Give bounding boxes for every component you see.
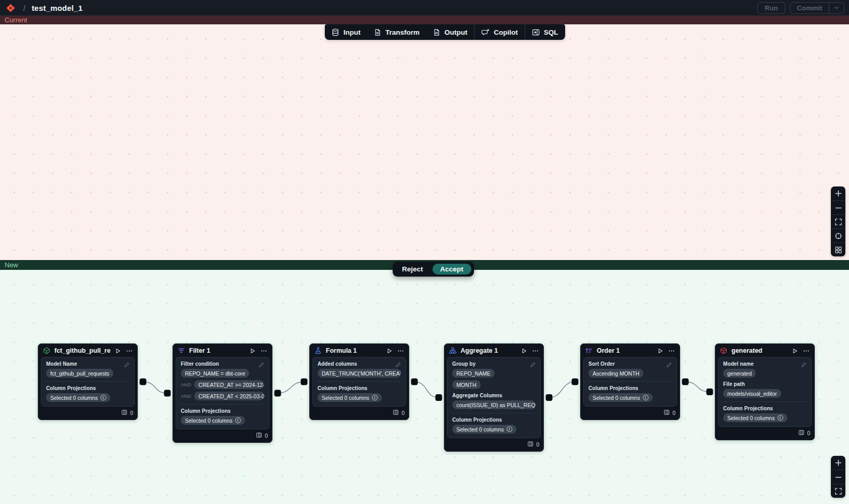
node-menu-button[interactable] <box>668 348 675 354</box>
file-path-pill[interactable]: models/visual_editor <box>723 389 781 398</box>
play-node-button[interactable] <box>792 348 798 354</box>
commit-dropdown-button[interactable] <box>829 3 844 13</box>
accept-button[interactable]: Accept <box>433 264 471 275</box>
play-node-button[interactable] <box>114 348 121 354</box>
node-menu-button[interactable] <box>397 348 404 354</box>
reject-button[interactable]: Reject <box>395 264 430 275</box>
fit-view-button[interactable] <box>831 214 845 228</box>
field-label: Aggregate Columns <box>452 393 536 398</box>
node-generated[interactable]: generated Model name generated File path… <box>715 343 815 440</box>
column-projections-pill[interactable]: Selected 0 columnsi <box>181 416 245 425</box>
node-header: Order 1 <box>581 344 680 357</box>
toolbar-item-copilot[interactable]: Copilot <box>474 24 525 40</box>
and-label: AND <box>181 393 191 399</box>
column-projections-pill[interactable]: Selected 0 columnsi <box>318 393 382 402</box>
formula-pill[interactable]: DATE_TRUNC('MONTH', CREATED_AT… <box>318 369 401 378</box>
visual-editor-app: / test_model_1 Run Commit Current Input <box>0 0 849 504</box>
condition-pill[interactable]: CREATED_AT < 2025-03-01 <box>194 392 264 400</box>
node-fct-github-pull-requests[interactable]: fct_github_pull_requests Model Name fct_… <box>38 343 138 420</box>
node-header: Aggregate 1 <box>444 344 543 357</box>
zoom-in-button[interactable] <box>831 456 845 470</box>
fit-view-button[interactable] <box>831 484 845 498</box>
edit-pencil-icon[interactable] <box>395 361 401 370</box>
sql-panel-icon <box>532 28 540 36</box>
toolbar-item-transform[interactable]: Transform <box>367 24 426 40</box>
dbt-logo[interactable] <box>5 2 16 13</box>
toolbar-input-label: Input <box>343 28 361 36</box>
column-projections-pill[interactable]: Selected 0 columnsi <box>723 413 787 422</box>
zoom-out-button[interactable] <box>831 200 845 214</box>
model-name-pill[interactable]: generated <box>723 369 756 378</box>
column-projections-pill[interactable]: Selected 0 columnsi <box>452 425 516 434</box>
column-projections-pill[interactable]: Selected 0 columnsi <box>588 393 653 402</box>
field-label: Column Projections <box>588 385 672 391</box>
canvas-current[interactable]: Input Transform Output Copilot <box>0 24 849 260</box>
columns-icon <box>121 409 127 416</box>
node-title: fct_github_pull_requests <box>54 347 110 354</box>
node-header: Formula 1 <box>310 344 409 357</box>
commit-button[interactable]: Commit <box>790 2 844 14</box>
value-pill[interactable]: fct_github_pull_requests <box>46 369 113 378</box>
zoom-in-button[interactable] <box>831 186 845 200</box>
columns-icon <box>256 432 262 439</box>
play-node-button[interactable] <box>386 348 393 354</box>
node-filter-1[interactable]: Filter 1 Filter condition REPO_NAME = db… <box>172 343 272 443</box>
row-count: 0 <box>672 410 675 416</box>
play-node-button[interactable] <box>521 348 527 354</box>
node-title: Formula 1 <box>326 347 382 354</box>
document-icon <box>433 28 440 36</box>
interactivity-lock-button[interactable] <box>831 228 845 242</box>
aggregate-pill[interactable]: count(ISSUE_ID) as PULL_REQUEST_… <box>452 400 536 409</box>
sort-pill[interactable]: Ascending MONTH <box>588 369 643 378</box>
node-aggregate-1[interactable]: Aggregate 1 Group by REPO_NAME MONTH Agg… <box>444 343 544 452</box>
database-icon <box>332 28 339 36</box>
edit-pencil-icon[interactable] <box>124 361 130 370</box>
page-title: test_model_1 <box>32 4 82 12</box>
field-label: Model Name <box>46 361 129 367</box>
auto-layout-button[interactable] <box>831 242 845 256</box>
current-section-band: Current <box>0 16 849 24</box>
node-card: Model Name fct_github_pull_requests Colu… <box>41 357 135 407</box>
node-menu-button[interactable] <box>803 348 810 354</box>
field-label: Column Projections <box>723 406 807 411</box>
edit-pencil-icon[interactable] <box>666 361 672 370</box>
card-divider <box>723 401 807 402</box>
field-label: Column Projections <box>452 417 536 423</box>
node-menu-button[interactable] <box>261 348 267 354</box>
canvas-new[interactable]: fct_github_pull_requests Model Name fct_… <box>0 270 849 504</box>
groupby-pill[interactable]: MONTH <box>452 380 481 389</box>
edit-pencil-icon[interactable] <box>258 361 265 370</box>
field-label: Sort Order <box>588 361 672 367</box>
node-order-1[interactable]: Order 1 Sort Order Ascending MONTH Colum… <box>580 343 680 420</box>
condition-pill[interactable]: REPO_NAME = dbt-core <box>181 369 249 378</box>
node-header: Filter 1 <box>173 344 272 357</box>
card-divider <box>588 381 672 382</box>
model-cube-icon <box>720 347 727 354</box>
model-cube-icon <box>43 347 50 354</box>
toolbar-item-output[interactable]: Output <box>426 24 474 40</box>
edit-pencil-icon[interactable] <box>530 361 536 370</box>
play-node-button[interactable] <box>249 348 256 354</box>
play-node-button[interactable] <box>657 348 664 354</box>
run-button[interactable]: Run <box>757 2 785 14</box>
node-menu-button[interactable] <box>126 348 133 354</box>
node-menu-button[interactable] <box>532 348 539 354</box>
condition-pill[interactable]: CREATED_AT >= 2024-12-01 <box>194 380 264 389</box>
edit-pencil-icon[interactable] <box>801 361 807 370</box>
toolbar-item-sql[interactable]: SQL <box>525 24 565 40</box>
info-icon: i <box>372 395 378 400</box>
topbar: / test_model_1 Run Commit <box>0 0 849 16</box>
node-footer: 0 <box>715 427 814 440</box>
groupby-pill[interactable]: REPO_NAME <box>452 369 495 378</box>
field-label: Group by <box>452 361 536 367</box>
info-icon: i <box>235 417 241 423</box>
sort-icon <box>585 347 593 354</box>
node-header: fct_github_pull_requests <box>38 344 137 357</box>
field-label: Model name <box>723 361 807 367</box>
column-projections-pill[interactable]: Selected 0 columnsi <box>46 393 110 402</box>
card-divider <box>318 381 401 382</box>
toolbar-item-input[interactable]: Input <box>325 24 367 40</box>
filter-icon <box>178 347 185 354</box>
zoom-out-button[interactable] <box>831 470 845 484</box>
node-formula-1[interactable]: Formula 1 Added columns DATE_TRUNC('MONT… <box>309 343 409 420</box>
